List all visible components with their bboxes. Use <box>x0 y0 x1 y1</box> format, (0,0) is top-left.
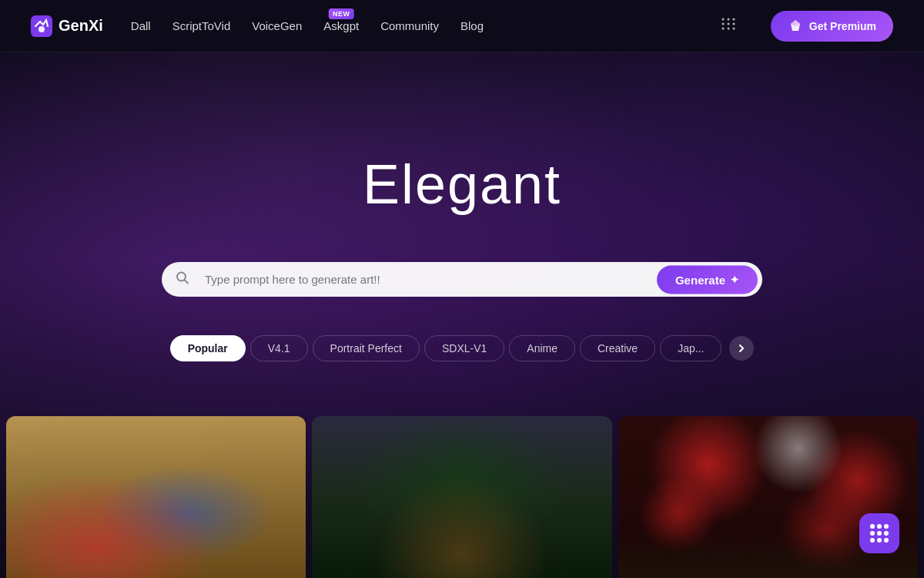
sparkle-icon: ✦ <box>730 274 739 286</box>
nav-item-blog[interactable]: Blog <box>460 19 484 32</box>
svg-point-4 <box>732 18 735 21</box>
image-christmas-decorations[interactable] <box>618 416 918 578</box>
logo[interactable]: GenXi <box>31 15 103 37</box>
nav-item-askgpt[interactable]: NEW Askgpt <box>323 19 359 32</box>
tab-popular[interactable]: Popular <box>170 335 246 361</box>
svg-point-9 <box>727 28 729 30</box>
new-badge: NEW <box>329 8 354 19</box>
fab-dots-icon <box>870 524 889 543</box>
svg-point-6 <box>727 23 729 25</box>
tab-japanese[interactable]: Jap... <box>660 335 721 361</box>
nav-item-voicegen[interactable]: VoiceGen <box>252 19 302 32</box>
logo-text: GenXi <box>59 17 103 35</box>
fab-button[interactable] <box>859 513 899 553</box>
filter-tabs: Popular V4.1 Portrait Perfect SDXL-V1 An… <box>170 335 755 361</box>
search-icon <box>176 271 189 288</box>
svg-point-8 <box>721 28 724 30</box>
nav-item-scripttovid[interactable]: ScriptToVid <box>172 19 231 32</box>
nav-item-community[interactable]: Community <box>380 19 439 32</box>
svg-point-2 <box>721 18 724 21</box>
premium-button[interactable]: Get Premium <box>771 11 893 42</box>
tab-sdxl-v1[interactable]: SDXL-V1 <box>424 335 504 361</box>
tab-portrait-perfect[interactable]: Portrait Perfect <box>313 335 420 361</box>
nav-item-dall[interactable]: Dall <box>131 19 151 32</box>
svg-point-7 <box>732 23 735 25</box>
more-options-button[interactable] <box>714 12 743 39</box>
tab-creative[interactable]: Creative <box>580 335 655 361</box>
svg-point-3 <box>727 18 729 21</box>
nav-links: Dall ScriptToVid VoiceGen NEW Askgpt Com… <box>131 19 686 32</box>
hero-content: Elegant Generate ✦ Popular V4.1 Portrait… <box>0 52 924 361</box>
navbar: GenXi Dall ScriptToVid VoiceGen NEW Askg… <box>0 0 924 52</box>
hero-section: Elegant Generate ✦ Popular V4.1 Portrait… <box>0 52 924 578</box>
search-container: Generate ✦ <box>162 262 762 297</box>
tab-v41[interactable]: V4.1 <box>250 335 308 361</box>
image-spiderman[interactable] <box>6 416 306 578</box>
svg-point-1 <box>38 26 45 32</box>
svg-point-10 <box>732 28 735 30</box>
tab-anime[interactable]: Anime <box>509 335 575 361</box>
image-christmas-tree[interactable] <box>312 416 611 578</box>
hero-title: Elegant <box>363 153 561 216</box>
svg-point-5 <box>721 23 724 25</box>
tabs-next-button[interactable] <box>729 336 754 361</box>
generate-button[interactable]: Generate ✦ <box>657 265 758 294</box>
image-grid <box>0 416 924 578</box>
